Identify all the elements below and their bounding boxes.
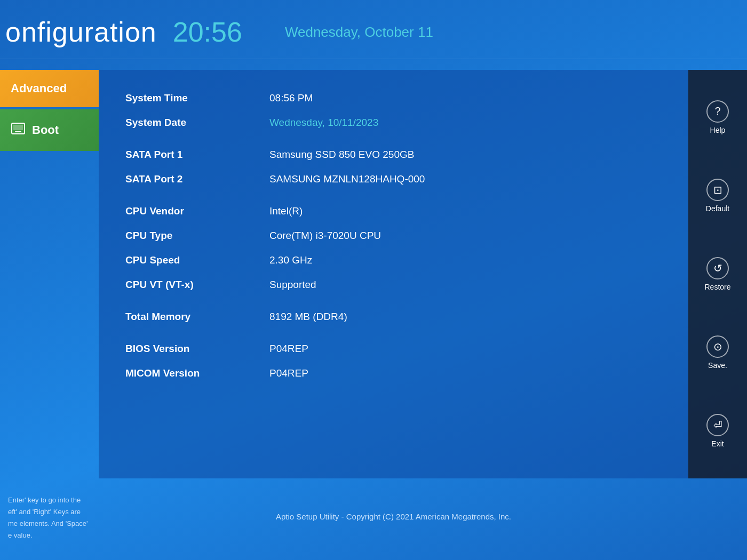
restore-label: Restore bbox=[704, 283, 730, 291]
row-label: CPU VT (VT-x) bbox=[120, 273, 269, 297]
row-value: 8192 MB (DDR4) bbox=[269, 305, 667, 329]
row-value: Intel(R) bbox=[269, 199, 667, 223]
row-value: P04REP bbox=[269, 361, 667, 386]
table-row: SATA Port 1Samsung SSD 850 EVO 250GB bbox=[120, 142, 667, 167]
default-button[interactable]: ⊡Default bbox=[688, 174, 747, 217]
restore-icon: ↺ bbox=[706, 257, 729, 279]
svg-rect-1 bbox=[13, 125, 23, 130]
exit-label: Exit bbox=[711, 439, 724, 448]
default-icon: ⊡ bbox=[706, 179, 729, 201]
row-value: Core(TM) i3-7020U CPU bbox=[269, 223, 667, 248]
row-label: SATA Port 1 bbox=[120, 142, 269, 167]
row-label: MICOM Version bbox=[120, 361, 269, 386]
table-row: System DateWednesday, 10/11/2023 bbox=[120, 110, 667, 135]
table-row: SATA Port 2SAMSUNG MZNLN128HAHQ-000 bbox=[120, 167, 667, 191]
header-time: 20:56 bbox=[173, 16, 242, 48]
exit-button[interactable]: ⏎Exit bbox=[688, 410, 747, 452]
header-title: onfiguration bbox=[5, 16, 157, 48]
exit-icon: ⏎ bbox=[706, 414, 729, 436]
row-value: Samsung SSD 850 EVO 250GB bbox=[269, 142, 667, 167]
info-table: System Time08:56 PMSystem DateWednesday,… bbox=[120, 86, 667, 386]
save-button[interactable]: ⊙Save. bbox=[688, 331, 747, 374]
table-row: System Time08:56 PM bbox=[120, 86, 667, 110]
help-label: Help bbox=[710, 126, 726, 134]
sidebar: Advanced Boot bbox=[0, 65, 99, 484]
main-area: Advanced Boot System Time08:56 PMSystem … bbox=[0, 59, 747, 489]
spacer-row bbox=[120, 191, 667, 199]
row-label: CPU Type bbox=[120, 223, 269, 248]
save-icon: ⊙ bbox=[706, 335, 729, 358]
help-button[interactable]: ?Help bbox=[688, 96, 747, 139]
footer-copyright: Aptio Setup Utility - Copyright (C) 2021… bbox=[99, 512, 688, 524]
default-label: Default bbox=[706, 204, 729, 213]
spacer-row bbox=[120, 329, 667, 337]
row-label: CPU Vendor bbox=[120, 199, 269, 223]
right-panel: ?Help⊡Default↺Restore⊙Save.⏎Exit bbox=[688, 70, 747, 478]
boot-label: Boot bbox=[32, 123, 59, 137]
row-value: Wednesday, 10/11/2023 bbox=[269, 110, 667, 135]
row-label: System Time bbox=[120, 86, 269, 110]
table-row: Total Memory8192 MB (DDR4) bbox=[120, 305, 667, 329]
svg-rect-2 bbox=[15, 131, 21, 132]
table-row: MICOM VersionP04REP bbox=[120, 361, 667, 386]
row-value: 2.30 GHz bbox=[269, 248, 667, 273]
save-label: Save. bbox=[708, 361, 727, 370]
row-value: P04REP bbox=[269, 337, 667, 361]
row-label: System Date bbox=[120, 110, 269, 135]
row-label: BIOS Version bbox=[120, 337, 269, 361]
table-row: CPU VendorIntel(R) bbox=[120, 199, 667, 223]
row-value: Supported bbox=[269, 273, 667, 297]
sidebar-item-boot[interactable]: Boot bbox=[0, 109, 99, 151]
footer-help-text: Enter' key to go into the eft' and 'Righ… bbox=[0, 489, 99, 547]
spacer-row bbox=[120, 135, 667, 142]
header: onfiguration 20:56 Wednesday, October 11 bbox=[0, 0, 747, 59]
advanced-label: Advanced bbox=[11, 82, 67, 95]
spacer-row bbox=[120, 297, 667, 305]
bios-screen: onfiguration 20:56 Wednesday, October 11… bbox=[0, 0, 747, 560]
header-date: Wednesday, October 11 bbox=[285, 24, 433, 41]
row-label: CPU Speed bbox=[120, 248, 269, 273]
table-row: CPU Speed2.30 GHz bbox=[120, 248, 667, 273]
row-label: Total Memory bbox=[120, 305, 269, 329]
row-label: SATA Port 2 bbox=[120, 167, 269, 191]
boot-icon bbox=[11, 121, 26, 139]
content-panel: System Time08:56 PMSystem DateWednesday,… bbox=[99, 70, 688, 478]
table-row: CPU VT (VT-x)Supported bbox=[120, 273, 667, 297]
help-icon: ? bbox=[706, 100, 729, 123]
table-row: CPU TypeCore(TM) i3-7020U CPU bbox=[120, 223, 667, 248]
sidebar-item-advanced[interactable]: Advanced bbox=[0, 70, 99, 107]
table-row: BIOS VersionP04REP bbox=[120, 337, 667, 361]
row-value: 08:56 PM bbox=[269, 86, 667, 110]
row-value: SAMSUNG MZNLN128HAHQ-000 bbox=[269, 167, 667, 191]
restore-button[interactable]: ↺Restore bbox=[688, 253, 747, 295]
footer: Enter' key to go into the eft' and 'Righ… bbox=[0, 489, 747, 560]
